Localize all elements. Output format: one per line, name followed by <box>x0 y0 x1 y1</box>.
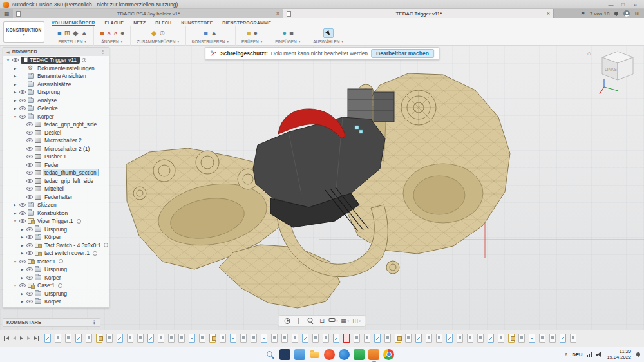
language-indicator[interactable]: DEU <box>573 352 583 357</box>
ribbon-tab-fläche[interactable]: FLÄCHE <box>105 21 124 26</box>
select-cursor-icon[interactable] <box>323 28 334 38</box>
timeline-feature-icon[interactable] <box>323 334 329 343</box>
item-label[interactable]: Körper <box>36 113 55 120</box>
browser-item-konstruktion[interactable]: ▶Konstruktion <box>3 209 109 218</box>
timeline-feature-icon[interactable] <box>374 334 381 343</box>
expander-icon[interactable]: ▶ <box>20 292 24 296</box>
timeline-feature-icon[interactable] <box>281 334 288 343</box>
expander-icon[interactable]: ▶ <box>20 300 24 303</box>
skip-to-start-button[interactable] <box>3 336 10 341</box>
browser-item-benannte-ansichten[interactable]: ▶Benannte Ansichten <box>3 72 109 81</box>
browser-item-federhalter[interactable]: Federhalter <box>3 193 109 202</box>
item-label[interactable]: Gelenke <box>36 105 59 111</box>
browser-item-ursprung[interactable]: ▶Ursprung <box>3 88 109 97</box>
timeline-feature-icon[interactable] <box>127 334 133 343</box>
browser-item-mittelteil[interactable]: Mittelteil <box>3 185 109 193</box>
tool-icon[interactable]: ● <box>120 30 125 37</box>
taskbar-file-explorer-icon[interactable] <box>309 349 320 360</box>
item-label[interactable]: Microschalter 2 (1) <box>43 146 91 152</box>
timeline-feature-icon[interactable] <box>96 334 102 343</box>
notifications-icon[interactable] <box>636 352 641 357</box>
timeline-feature-icon[interactable] <box>147 334 154 343</box>
browser-header[interactable]: ◀ BROWSER ⋮ <box>3 48 109 56</box>
timeline-feature-icon[interactable] <box>261 334 267 343</box>
visibility-eye-icon[interactable] <box>19 211 26 215</box>
item-label[interactable]: Dokumenteinstellungen <box>36 65 96 71</box>
browser-item-feder[interactable]: Feder <box>3 161 109 169</box>
viewcube-canvas[interactable]: LINKS <box>596 48 639 97</box>
ribbon-tab-volumenkörper[interactable]: VOLUMENKÖRPER <box>52 21 95 26</box>
timeline-feature-icon[interactable] <box>549 334 556 343</box>
item-label[interactable]: Federhalter <box>43 194 73 200</box>
expander-icon[interactable]: ▶ <box>13 211 17 215</box>
item-label[interactable]: Konstruktion <box>36 210 69 216</box>
timeline-feature-icon[interactable] <box>508 334 515 343</box>
timeline-feature-icon[interactable] <box>354 334 360 343</box>
activate-radio-icon[interactable] <box>93 251 97 256</box>
ribbon-group-label[interactable]: ZUSAMMENFÜGEN <box>137 39 175 44</box>
item-label[interactable]: Mittelteil <box>43 186 66 192</box>
ribbon-group-label[interactable]: EINFÜGEN <box>275 39 297 44</box>
timeline-feature-icon[interactable] <box>343 334 350 343</box>
item-label[interactable]: Analyse <box>36 97 58 104</box>
browser-item-ursprung[interactable]: ▶Ursprung <box>3 225 109 234</box>
timeline-feature-icon[interactable] <box>209 334 216 343</box>
item-label[interactable]: Körper <box>43 234 62 240</box>
activate-radio-icon[interactable] <box>104 243 108 247</box>
visibility-eye-icon[interactable] <box>26 155 33 158</box>
taskbar-task-view-icon[interactable] <box>279 349 290 360</box>
visibility-eye-icon[interactable] <box>26 243 33 247</box>
expander-icon[interactable]: ▶ <box>20 227 24 231</box>
version-flag-icon[interactable]: ⚑ <box>581 11 585 17</box>
visibility-eye-icon[interactable] <box>19 90 26 94</box>
hidden-icons-chevron[interactable]: ∧ <box>564 352 567 357</box>
browser-item-körper[interactable]: ▼Körper <box>3 113 109 121</box>
timeline-feature-icon[interactable] <box>178 334 185 343</box>
workspace-selector[interactable]: KONSTRUKTION ▼ <box>3 21 44 43</box>
browser-item-auswahlsätze[interactable]: ▶Auswahlsätze <box>3 81 109 89</box>
item-label[interactable]: Körper <box>43 274 62 281</box>
tool-icon[interactable]: ● <box>283 30 287 37</box>
visibility-eye-icon[interactable] <box>26 122 33 126</box>
item-label[interactable]: Case:1 <box>36 282 56 289</box>
taskbar-firefox-icon[interactable] <box>324 349 335 360</box>
visibility-eye-icon[interactable] <box>26 147 33 151</box>
data-panel-toggle-icon[interactable]: ▦ <box>0 9 13 18</box>
ribbon-group-label[interactable]: ERSTELLEN <box>58 39 82 44</box>
visibility-eye-icon[interactable] <box>26 179 33 183</box>
item-label[interactable]: Viper Trigger:1 <box>36 218 75 224</box>
item-label[interactable]: taster:1 <box>36 258 57 265</box>
user-avatar[interactable] <box>623 10 630 17</box>
expander-icon[interactable]: ▶ <box>13 66 17 70</box>
navbar-orbit-button[interactable] <box>283 317 292 325</box>
item-label[interactable]: Ursprung <box>43 226 68 233</box>
ribbon-group-label[interactable]: KONSTRUIEREN <box>192 39 225 44</box>
visibility-eye-icon[interactable] <box>26 235 33 239</box>
timeline-feature-icon[interactable] <box>570 334 576 343</box>
collapse-chevron-icon[interactable]: ◀ <box>6 50 10 54</box>
timeline-feature-icon[interactable] <box>220 334 226 343</box>
ribbon-group-label[interactable]: PRÜFEN <box>242 39 259 44</box>
navbar-fit-button[interactable]: ⊡ <box>317 317 327 325</box>
timeline-feature-icon[interactable] <box>312 334 319 343</box>
timeline-feature-icon[interactable] <box>384 334 391 343</box>
timeline-feature-icon[interactable] <box>426 334 432 343</box>
timeline-feature-icon[interactable] <box>457 334 463 343</box>
expander-icon[interactable]: ▶ <box>20 267 24 271</box>
expander-icon[interactable]: ▶ <box>13 203 17 207</box>
taskbar-fusion-360-icon[interactable] <box>368 349 379 360</box>
tool-icon[interactable]: ◆ <box>73 30 78 37</box>
home-icon[interactable]: ⌂ <box>587 50 591 57</box>
expander-icon[interactable]: ▼ <box>13 283 17 287</box>
timeline-feature-icon[interactable] <box>518 334 525 343</box>
tool-icon[interactable]: ■ <box>247 30 251 37</box>
timeline-feature-icon[interactable] <box>189 334 195 343</box>
expander-icon[interactable]: ▶ <box>20 243 24 247</box>
item-label[interactable]: Feder <box>43 162 60 168</box>
tool-icon[interactable]: ⊕ <box>159 30 165 37</box>
browser-item-körper[interactable]: ▶Körper <box>3 274 109 282</box>
item-label[interactable]: Pusher 1 <box>43 153 68 160</box>
timeline-feature-icon[interactable] <box>137 334 144 343</box>
ribbon-group-label[interactable]: ÄNDERN <box>101 39 118 44</box>
step-back-button[interactable] <box>12 336 17 340</box>
